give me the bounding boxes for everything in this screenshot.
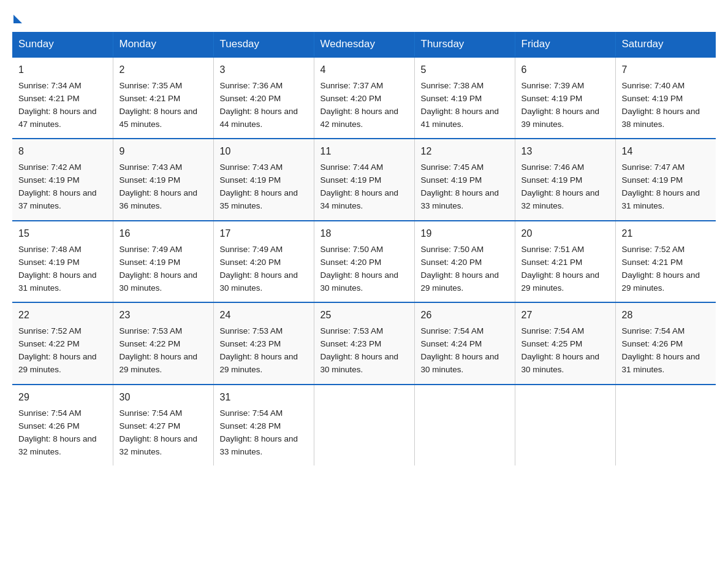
sunrise-info: Sunrise: 7:53 AM (220, 326, 283, 335)
sunset-info: Sunset: 4:20 PM (220, 94, 281, 103)
calendar-day-cell: 12Sunrise: 7:45 AMSunset: 4:19 PMDayligh… (414, 139, 515, 220)
sunset-info: Sunset: 4:19 PM (622, 94, 683, 103)
daylight-info: Daylight: 8 hours and 47 minutes. (18, 107, 97, 129)
daylight-info: Daylight: 8 hours and 37 minutes. (18, 188, 97, 210)
day-number: 4 (320, 63, 408, 78)
calendar-day-cell: 23Sunrise: 7:53 AMSunset: 4:22 PMDayligh… (113, 302, 213, 384)
sunrise-info: Sunrise: 7:52 AM (18, 326, 82, 335)
day-number: 17 (220, 226, 308, 242)
sunset-info: Sunset: 4:19 PM (119, 175, 181, 185)
day-number: 11 (320, 144, 408, 159)
calendar-day-cell: 20Sunrise: 7:51 AMSunset: 4:21 PMDayligh… (515, 221, 615, 302)
sunset-info: Sunset: 4:23 PM (220, 339, 281, 348)
sunrise-info: Sunrise: 7:39 AM (521, 81, 585, 90)
sunrise-info: Sunrise: 7:44 AM (320, 163, 384, 172)
daylight-info: Daylight: 8 hours and 39 minutes. (521, 107, 600, 129)
sunrise-info: Sunrise: 7:45 AM (421, 163, 484, 172)
daylight-info: Daylight: 8 hours and 31 minutes. (622, 188, 700, 210)
calendar-day-cell: 18Sunrise: 7:50 AMSunset: 4:20 PMDayligh… (314, 221, 414, 302)
sunset-info: Sunset: 4:19 PM (320, 175, 382, 185)
daylight-info: Daylight: 8 hours and 29 minutes. (521, 270, 600, 293)
day-number: 15 (18, 226, 107, 242)
calendar-day-cell: 22Sunrise: 7:52 AMSunset: 4:22 PMDayligh… (12, 302, 113, 384)
sunrise-info: Sunrise: 7:49 AM (220, 245, 283, 254)
daylight-info: Daylight: 8 hours and 42 minutes. (320, 107, 399, 129)
sunrise-info: Sunrise: 7:48 AM (18, 245, 82, 254)
calendar-day-cell: 21Sunrise: 7:52 AMSunset: 4:21 PMDayligh… (615, 221, 716, 302)
day-of-week-header: Tuesday (213, 32, 314, 57)
sunset-info: Sunset: 4:28 PM (220, 421, 281, 431)
sunset-info: Sunset: 4:21 PM (119, 94, 181, 103)
calendar-header: SundayMondayTuesdayWednesdayThursdayFrid… (12, 32, 716, 57)
calendar-day-cell (515, 385, 615, 465)
daylight-info: Daylight: 8 hours and 30 minutes. (320, 352, 399, 374)
daylight-info: Daylight: 8 hours and 30 minutes. (521, 352, 600, 374)
calendar-day-cell: 2Sunrise: 7:35 AMSunset: 4:21 PMDaylight… (113, 57, 213, 139)
calendar-day-cell: 7Sunrise: 7:40 AMSunset: 4:19 PMDaylight… (615, 57, 716, 139)
day-of-week-header: Monday (113, 32, 213, 57)
day-number: 19 (421, 226, 509, 242)
day-number: 2 (119, 63, 207, 78)
sunset-info: Sunset: 4:22 PM (18, 339, 80, 348)
sunrise-info: Sunrise: 7:54 AM (622, 326, 685, 335)
daylight-info: Daylight: 8 hours and 29 minutes. (220, 352, 298, 374)
day-number: 1 (18, 63, 107, 78)
day-number: 29 (18, 390, 107, 405)
daylight-info: Daylight: 8 hours and 33 minutes. (421, 188, 499, 210)
day-number: 9 (119, 144, 207, 159)
calendar-body: 1Sunrise: 7:34 AMSunset: 4:21 PMDaylight… (12, 57, 716, 465)
calendar-day-cell: 4Sunrise: 7:37 AMSunset: 4:20 PMDaylight… (314, 57, 414, 139)
sunset-info: Sunset: 4:25 PM (521, 339, 583, 348)
day-number: 6 (521, 63, 609, 78)
daylight-info: Daylight: 8 hours and 32 minutes. (521, 188, 600, 210)
sunrise-info: Sunrise: 7:53 AM (119, 326, 183, 335)
calendar-day-cell: 27Sunrise: 7:54 AMSunset: 4:25 PMDayligh… (515, 302, 615, 384)
sunrise-info: Sunrise: 7:54 AM (521, 326, 585, 335)
daylight-info: Daylight: 8 hours and 29 minutes. (421, 270, 499, 293)
sunset-info: Sunset: 4:26 PM (622, 339, 683, 348)
calendar-day-cell: 16Sunrise: 7:49 AMSunset: 4:19 PMDayligh… (113, 221, 213, 302)
daylight-info: Daylight: 8 hours and 45 minutes. (119, 107, 198, 129)
calendar-day-cell: 29Sunrise: 7:54 AMSunset: 4:26 PMDayligh… (12, 385, 113, 465)
day-of-week-header: Friday (515, 32, 615, 57)
daylight-info: Daylight: 8 hours and 38 minutes. (622, 107, 700, 129)
daylight-info: Daylight: 8 hours and 41 minutes. (421, 107, 499, 129)
calendar-day-cell: 19Sunrise: 7:50 AMSunset: 4:20 PMDayligh… (414, 221, 515, 302)
day-number: 28 (622, 308, 710, 323)
sunrise-info: Sunrise: 7:53 AM (320, 326, 384, 335)
sunset-info: Sunset: 4:20 PM (220, 258, 281, 267)
day-of-week-header: Wednesday (314, 32, 414, 57)
sunrise-info: Sunrise: 7:40 AM (622, 81, 685, 90)
sunset-info: Sunset: 4:21 PM (18, 94, 80, 103)
daylight-info: Daylight: 8 hours and 44 minutes. (220, 107, 298, 129)
daylight-info: Daylight: 8 hours and 35 minutes. (220, 188, 298, 210)
daylight-info: Daylight: 8 hours and 33 minutes. (220, 434, 298, 456)
calendar-day-cell: 1Sunrise: 7:34 AMSunset: 4:21 PMDaylight… (12, 57, 113, 139)
sunset-info: Sunset: 4:23 PM (320, 339, 382, 348)
calendar-day-cell: 9Sunrise: 7:43 AMSunset: 4:19 PMDaylight… (113, 139, 213, 220)
day-number: 12 (421, 144, 509, 159)
sunrise-info: Sunrise: 7:49 AM (119, 245, 183, 254)
page-header (12, 12, 716, 21)
calendar-week-row: 8Sunrise: 7:42 AMSunset: 4:19 PMDaylight… (12, 139, 716, 220)
sunset-info: Sunset: 4:19 PM (521, 175, 583, 185)
sunset-info: Sunset: 4:26 PM (18, 421, 80, 431)
day-number: 13 (521, 144, 609, 159)
calendar-day-cell: 25Sunrise: 7:53 AMSunset: 4:23 PMDayligh… (314, 302, 414, 384)
calendar-day-cell: 24Sunrise: 7:53 AMSunset: 4:23 PMDayligh… (213, 302, 314, 384)
day-of-week-header: Sunday (12, 32, 113, 57)
day-of-week-header: Thursday (414, 32, 515, 57)
sunrise-info: Sunrise: 7:34 AM (18, 81, 82, 90)
day-number: 18 (320, 226, 408, 242)
calendar-day-cell: 30Sunrise: 7:54 AMSunset: 4:27 PMDayligh… (113, 385, 213, 465)
sunrise-info: Sunrise: 7:37 AM (320, 81, 384, 90)
sunrise-info: Sunrise: 7:42 AM (18, 163, 82, 172)
sunset-info: Sunset: 4:19 PM (220, 175, 281, 185)
day-number: 10 (220, 144, 308, 159)
calendar-day-cell: 6Sunrise: 7:39 AMSunset: 4:19 PMDaylight… (515, 57, 615, 139)
calendar-day-cell: 14Sunrise: 7:47 AMSunset: 4:19 PMDayligh… (615, 139, 716, 220)
day-number: 14 (622, 144, 710, 159)
day-number: 23 (119, 308, 207, 323)
sunrise-info: Sunrise: 7:43 AM (119, 163, 183, 172)
calendar-day-cell: 5Sunrise: 7:38 AMSunset: 4:19 PMDaylight… (414, 57, 515, 139)
